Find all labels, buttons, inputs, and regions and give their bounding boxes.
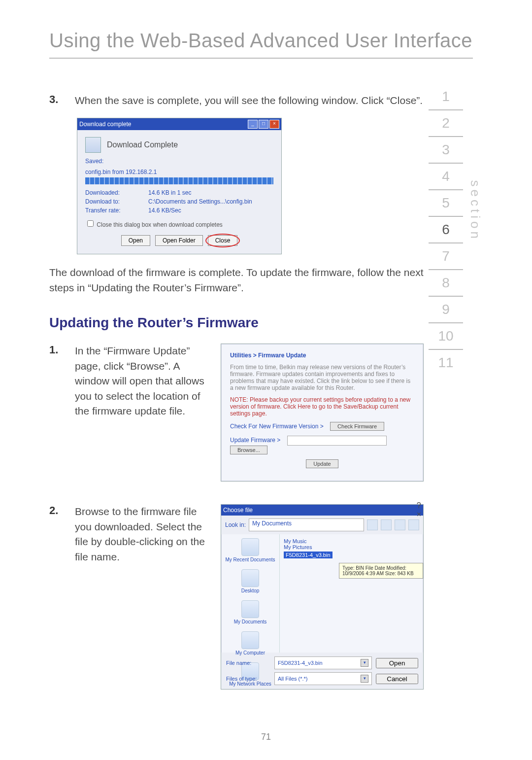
- progress-bar: [85, 177, 273, 184]
- firmware-breadcrumb: Utilities > Firmware Update: [230, 352, 414, 359]
- filetype-value: All Files (*.*): [278, 676, 308, 682]
- up-icon[interactable]: [381, 519, 392, 530]
- page-title: Using the Web-Based Advanced User Interf…: [49, 30, 473, 52]
- step-1-num: 1.: [49, 344, 63, 356]
- transfer-rate-label: Transfer rate:: [85, 207, 139, 214]
- filename-value: F5D8231-4_v3.bin: [278, 660, 323, 666]
- filetype-dropdown[interactable]: All Files (*.*)▾: [274, 672, 372, 685]
- filename-label: File name:: [226, 660, 270, 666]
- section-nav: 1 2 3 4 5 6 7 8 9 10 11: [429, 84, 463, 376]
- places-computer[interactable]: My Computer: [223, 631, 277, 656]
- filetype-label: Files of type:: [226, 676, 270, 682]
- minimize-icon[interactable]: _: [248, 120, 258, 129]
- firmware-intro-text: From time to time, Belkin may release ne…: [230, 364, 414, 391]
- update-firmware-label: Update Firmware >: [230, 437, 280, 444]
- section-nav-item-8[interactable]: 8: [429, 270, 463, 297]
- places-network[interactable]: My Network Places: [223, 662, 277, 687]
- computer-icon: [241, 631, 259, 649]
- chevron-down-icon[interactable]: ▾: [361, 659, 368, 667]
- places-desktop[interactable]: Desktop: [223, 569, 277, 593]
- section-nav-item-5[interactable]: 5: [429, 190, 463, 217]
- folder-icon: [241, 538, 259, 556]
- section-side-label: section: [467, 180, 483, 242]
- section-nav-item-10[interactable]: 10: [429, 323, 463, 350]
- firmware-file-input[interactable]: [287, 436, 387, 446]
- browse-button[interactable]: Browse...: [230, 446, 267, 454]
- heading-divider: [49, 58, 473, 59]
- cancel-button[interactable]: Cancel: [376, 674, 418, 684]
- download-to-value: C:\Documents and Settings...\config.bin: [148, 198, 252, 205]
- close-on-complete-checkbox[interactable]: [87, 220, 94, 227]
- places-recent-label: My Recent Documents: [225, 557, 275, 562]
- places-documents[interactable]: My Documents: [223, 600, 277, 624]
- transfer-rate-value: 14.6 KB/Sec: [148, 207, 181, 214]
- file-tooltip: Type: BIN File Date Modified: 10/9/2006 …: [339, 563, 423, 579]
- open-folder-button[interactable]: Open Folder: [155, 235, 203, 246]
- page-number: 71: [0, 732, 532, 742]
- places-recent[interactable]: My Recent Documents: [223, 538, 277, 562]
- choose-close-icon[interactable]: ×: [417, 510, 421, 519]
- step-1-text: In the “Firmware Update” page, click “Br…: [75, 344, 207, 418]
- chevron-down-icon[interactable]: ▾: [361, 675, 368, 683]
- post-download-paragraph: The download of the firmware is complete…: [49, 265, 424, 295]
- section-nav-item-9[interactable]: 9: [429, 297, 463, 323]
- new-folder-icon[interactable]: [395, 519, 405, 530]
- close-button[interactable]: Close: [208, 235, 238, 246]
- download-to-label: Download to:: [85, 198, 139, 205]
- file-item[interactable]: My Pictures: [284, 544, 419, 550]
- desktop-icon: [241, 569, 259, 587]
- firmware-backup-note: NOTE: Please backup your current setting…: [230, 396, 414, 417]
- documents-icon: [241, 600, 259, 618]
- step-2-num: 2.: [49, 504, 63, 517]
- back-icon[interactable]: [367, 519, 378, 530]
- maximize-icon[interactable]: □: [259, 120, 268, 129]
- places-computer-label: My Computer: [235, 650, 265, 656]
- section-nav-item-3[interactable]: 3: [429, 137, 463, 164]
- places-documents-label: My Documents: [234, 619, 267, 624]
- look-in-dropdown[interactable]: My Documents: [249, 518, 364, 531]
- saved-label: Saved:: [85, 158, 273, 165]
- choose-file-title: Choose file: [223, 507, 253, 514]
- section-nav-item-11[interactable]: 11: [429, 350, 463, 376]
- filename-input[interactable]: F5D8231-4_v3.bin▾: [274, 656, 372, 669]
- downloaded-label: Downloaded:: [85, 189, 139, 196]
- check-firmware-button[interactable]: Check Firmware: [330, 422, 384, 431]
- step-3-text: When the save is complete, you will see …: [75, 93, 423, 108]
- section-nav-item-7[interactable]: 7: [429, 243, 463, 270]
- download-icon: [85, 137, 101, 153]
- places-bar: My Recent Documents Desktop My Documents…: [221, 534, 280, 653]
- step-3-num: 3.: [49, 93, 63, 106]
- places-desktop-label: Desktop: [241, 588, 260, 593]
- screenshot-firmware-update-page: Utilities > Firmware Update From time to…: [221, 344, 424, 482]
- section-nav-item-4[interactable]: 4: [429, 164, 463, 190]
- look-in-label: Look in:: [225, 521, 246, 528]
- section-nav-item-1[interactable]: 1: [429, 84, 463, 110]
- choose-help-icon[interactable]: ?: [417, 501, 421, 510]
- step-2-text: Browse to the firmware file you download…: [75, 504, 207, 564]
- screenshot-choose-file-dialog: Choose file ? × Look in: My Documents: [221, 504, 424, 690]
- close-on-complete-label: Close this dialog box when download comp…: [97, 221, 223, 228]
- file-item[interactable]: My Music: [284, 538, 419, 544]
- open-button[interactable]: Open: [121, 235, 150, 246]
- download-complete-header: Download Complete: [107, 140, 178, 149]
- close-icon[interactable]: ×: [269, 120, 279, 129]
- section-nav-item-2[interactable]: 2: [429, 110, 463, 137]
- dialog-title: Download complete: [79, 121, 131, 128]
- file-item-selected[interactable]: F5D8231-4_v3.bin: [284, 552, 332, 558]
- section-nav-item-6[interactable]: 6: [429, 217, 463, 243]
- view-menu-icon[interactable]: [408, 519, 419, 530]
- saved-file-line: config.bin from 192.168.2.1: [85, 169, 273, 175]
- file-list-pane[interactable]: My Music My Pictures F5D8231-4_v3.bin Ty…: [280, 534, 423, 653]
- open-file-button[interactable]: Open: [376, 658, 418, 668]
- places-network-label: My Network Places: [229, 681, 271, 687]
- update-button[interactable]: Update: [306, 459, 338, 468]
- downloaded-value: 14.6 KB in 1 sec: [148, 189, 191, 196]
- screenshot-download-complete: Download complete _ □ × Download Complet…: [77, 118, 282, 254]
- updating-firmware-heading: Updating the Router’s Firmware: [49, 315, 424, 331]
- check-firmware-label: Check For New Firmware Version >: [230, 423, 324, 430]
